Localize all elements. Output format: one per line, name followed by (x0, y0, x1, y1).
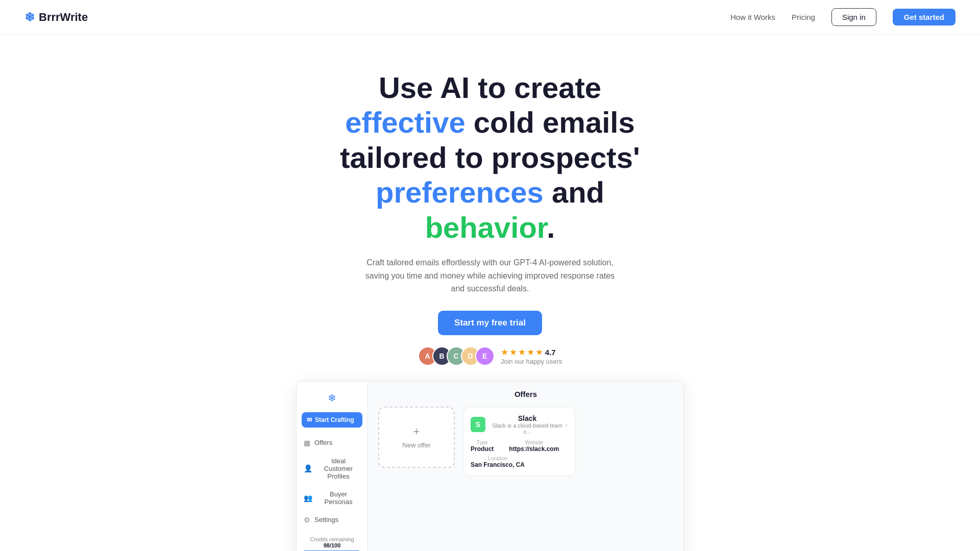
offers-title: Offers (378, 390, 673, 398)
location-label: Location (471, 456, 525, 461)
offer-detail-row: Type Product Website https://slack.com (471, 440, 568, 453)
new-offer-label: New offer (402, 441, 430, 449)
offer-website: Website https://slack.com (509, 440, 559, 453)
hero-title: Use AI to create effective cold emails t… (316, 70, 664, 245)
start-trial-button[interactable]: Start my free trial (438, 311, 542, 335)
users-icon: 👥 (304, 494, 312, 502)
avatar: E (475, 346, 495, 366)
avatar-group: A B C D E (418, 346, 495, 366)
offer-name-block: Slack Slack is a cloud-based team c... (489, 414, 566, 435)
offer-detail-row-2: Location San Francisco, CA (471, 456, 568, 468)
website-value: https://slack.com (509, 445, 559, 453)
sidebar-item-buyer-personas[interactable]: 👥 Buyer Personas (297, 486, 368, 510)
offer-type: Type Product (471, 440, 494, 453)
offers-grid: + New offer S Slack Slack is a cloud-bas… (378, 407, 673, 476)
hero-title-highlight2: preferences (376, 176, 544, 209)
star-icon: ★ (501, 347, 508, 358)
signin-button[interactable]: Sign in (831, 8, 876, 26)
get-started-button[interactable]: Get started (893, 9, 955, 26)
envelope-icon: ✉ (307, 416, 312, 423)
settings-icon: ⚙ (304, 516, 310, 524)
sidebar-item-offers[interactable]: ▦ Offers (297, 435, 368, 451)
slack-offer-card[interactable]: S Slack Slack is a cloud-based team c...… (463, 407, 575, 476)
hero-title-period: . (547, 211, 555, 244)
nav-how-it-works[interactable]: How it Works (730, 13, 775, 21)
new-offer-card[interactable]: + New offer (378, 407, 455, 468)
rating-block: ★ ★ ★ ★ ★ 4.7 Join our happy users (501, 347, 562, 365)
logo[interactable]: ❄ BrrrWrite (24, 10, 88, 24)
rating-score: 4.7 (545, 348, 556, 357)
offer-name: Slack (489, 414, 566, 422)
header: ❄ BrrrWrite How it Works Pricing Sign in… (0, 0, 980, 35)
rating-label: Join our happy users (501, 358, 562, 365)
hero-title-highlight3: behavior (425, 211, 547, 244)
offer-details: Type Product Website https://slack.com L… (471, 440, 568, 468)
sidebar-item-settings[interactable]: ⚙ Settings (297, 512, 368, 528)
offer-description: Slack is a cloud-based team c... (489, 422, 566, 435)
navigation: How it Works Pricing Sign in Get started (730, 8, 955, 26)
hero-title-highlight1: effective (345, 106, 465, 139)
type-value: Product (471, 445, 494, 453)
credits-section: Credits remaining 98/100 (297, 530, 368, 551)
hero-title-part1: Use AI to create (379, 71, 601, 104)
start-crafting-button[interactable]: ✉ Start Crafting (302, 412, 362, 428)
app-main-area: Offers + New offer S Slack Slack is a cl… (368, 382, 683, 551)
type-label: Type (471, 440, 494, 445)
nav-pricing[interactable]: Pricing (792, 13, 815, 21)
plus-icon: + (413, 425, 420, 438)
sidebar-item-icp[interactable]: 👤 Ideal Customer Profiles (297, 453, 368, 484)
social-proof: A B C D E ★ ★ ★ ★ ★ 4.7 Join our happy u… (418, 346, 562, 366)
star-half-icon: ★ (535, 347, 543, 358)
snowflake-icon: ❄ (24, 10, 35, 24)
offer-identity: S Slack Slack is a cloud-based team c... (471, 414, 565, 435)
logo-text: BrrrWrite (39, 11, 88, 24)
sidebar-logo-icon: ❄ (297, 390, 368, 410)
chevron-down-icon: › (565, 420, 568, 429)
star-icon: ★ (509, 347, 517, 358)
hero-subtitle: Craft tailored emails effortlessly with … (362, 256, 618, 295)
app-preview: ❄ ✉ Start Crafting ▦ Offers 👤 Ideal Cust… (296, 381, 684, 551)
website-label: Website (509, 440, 559, 445)
hero-title-part3: and (544, 176, 604, 209)
offer-logo: S (471, 417, 485, 432)
user-check-icon: 👤 (304, 464, 312, 472)
star-icon: ★ (518, 347, 526, 358)
hero-section: Use AI to create effective cold emails t… (0, 35, 980, 551)
offer-location: Location San Francisco, CA (471, 456, 525, 468)
app-sidebar: ❄ ✉ Start Crafting ▦ Offers 👤 Ideal Cust… (297, 382, 368, 551)
star-icon: ★ (527, 347, 534, 358)
grid-icon: ▦ (304, 439, 310, 447)
star-rating: ★ ★ ★ ★ ★ (501, 347, 543, 358)
offer-card-header: S Slack Slack is a cloud-based team c...… (471, 414, 568, 435)
location-value: San Francisco, CA (471, 461, 525, 468)
credits-value: 98/100 (324, 542, 341, 548)
